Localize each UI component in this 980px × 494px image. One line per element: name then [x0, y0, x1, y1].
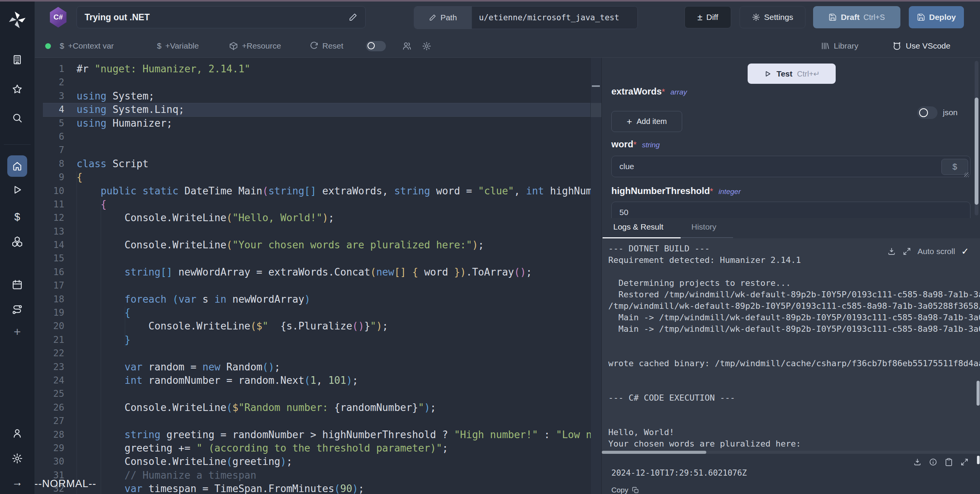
sidebar-item-settings-gear-icon[interactable] [0, 453, 34, 464]
code-line[interactable]: 6 [34, 130, 591, 143]
sidebar-item-add-plus-icon[interactable]: + [0, 325, 34, 339]
deploy-button[interactable]: Deploy [909, 6, 964, 28]
download-icon[interactable] [887, 247, 896, 256]
code-line[interactable]: 13 [34, 225, 591, 238]
reset-button[interactable]: Reset [309, 34, 343, 57]
line-number: 19 [34, 306, 77, 320]
logs-hscrollbar[interactable] [602, 451, 980, 454]
word-input[interactable] [611, 156, 970, 177]
code-line[interactable]: 23 var random = new Random(); [34, 360, 591, 374]
settings-button[interactable]: Settings [740, 6, 805, 28]
code-line[interactable]: 2 [34, 76, 591, 89]
code-line[interactable]: 29 greeting += " (according to the thres… [34, 442, 591, 455]
code-line[interactable]: 11 { [34, 198, 591, 211]
code-line[interactable]: 30 Console.WriteLine(greeting); [34, 455, 591, 468]
add-variable-button[interactable]: $ +Variable [157, 34, 199, 57]
tab-history[interactable]: History [691, 222, 716, 232]
copy-icon [632, 487, 639, 494]
search-icon[interactable] [0, 112, 34, 124]
highnumberthreshold-input[interactable] [611, 202, 970, 218]
windmill-logo-icon[interactable] [0, 9, 34, 31]
editor-settings-gear-icon[interactable] [422, 34, 431, 57]
use-vscode-button[interactable]: Use VScode [892, 34, 951, 57]
cat-vscode-icon [892, 41, 902, 51]
code-line[interactable]: 28 string greeting = randomNumber > high… [34, 428, 591, 442]
code-line[interactable]: 26 Console.WriteLine($"Random number: {r… [34, 401, 591, 414]
sidebar-item-variables-dollar-icon[interactable]: $ [0, 210, 34, 223]
logs-hscrollbar-thumb[interactable] [602, 451, 706, 454]
assistant-toggle[interactable] [366, 34, 386, 57]
line-number: 26 [34, 401, 77, 414]
code-line[interactable]: 19 { [34, 306, 591, 320]
logs-panel[interactable]: --- DOTNET BUILD ---Requirement detected… [602, 238, 980, 451]
code-line[interactable]: 22 [34, 347, 591, 360]
code-line[interactable]: 8class Script [34, 157, 591, 171]
info-icon[interactable] [929, 458, 938, 466]
collaborators-users-icon[interactable] [402, 34, 412, 57]
test-button[interactable]: Test Ctrl+↵ [748, 64, 836, 84]
script-title-input[interactable]: Trying out .NET [77, 6, 366, 28]
code-line[interactable]: 4using System.Linq; [34, 103, 591, 116]
path-field[interactable]: Path u/etienne/microsoft_java_test [414, 6, 638, 29]
sidebar-item-flows-route-icon[interactable] [0, 304, 34, 315]
json-toggle[interactable] [917, 106, 938, 119]
code-line[interactable]: 5using Humanizer; [34, 117, 591, 130]
draft-button[interactable]: Draft Ctrl+S [813, 6, 900, 28]
download-icon[interactable] [913, 458, 922, 466]
code-line[interactable]: 18 foreach (var s in newWordArray) [34, 293, 591, 306]
code-line[interactable]: 14 Console.WriteLine("Your chosen words … [34, 238, 591, 252]
workspace-building-icon[interactable] [0, 54, 34, 65]
sidebar-item-runs-play-icon[interactable] [0, 184, 34, 196]
code-line[interactable]: 9{ [34, 171, 591, 184]
sidebar-item-home[interactable] [7, 155, 27, 177]
minimap-handle[interactable] [592, 85, 600, 87]
line-number: 30 [34, 455, 77, 468]
code-line[interactable]: 15 [34, 252, 591, 265]
diff-button[interactable]: ± Diff [684, 6, 731, 28]
code-line[interactable]: 1#r "nuget: Humanizer, 2.14.1" [34, 62, 591, 76]
code-line[interactable]: 12 Console.WriteLine("Hello, World!"); [34, 211, 591, 225]
code-line[interactable]: 24 int randomNumber = random.Next(1, 101… [34, 374, 591, 387]
logs-scrollbar-thumb[interactable] [977, 381, 980, 406]
arg-label-highnumberthreshold: highNumberThreshold* integer [611, 186, 741, 196]
sidebar-item-resources-boxes-icon[interactable] [0, 236, 34, 247]
code-line[interactable]: 7 [34, 143, 591, 157]
maximize-icon[interactable] [960, 458, 969, 466]
library-button[interactable]: Library [821, 34, 858, 57]
code-line[interactable]: 31 // Humanize a timespan [34, 469, 591, 482]
json-toggle-label: json [943, 108, 958, 117]
code-line[interactable]: 3using System; [34, 90, 591, 103]
windmill-script-editor: $ + → C# Trying out .NET [0, 0, 980, 494]
minimap[interactable] [590, 58, 601, 494]
line-number: 10 [34, 184, 77, 198]
code-line[interactable]: 27 [34, 414, 591, 428]
copy-button[interactable]: Copy [611, 486, 639, 494]
sidebar-collapse-arrow-icon[interactable]: → [0, 476, 34, 489]
dollar-icon: $ [60, 41, 64, 51]
check-icon[interactable]: ✓ [961, 246, 969, 257]
line-number: 9 [34, 171, 77, 184]
edit-title-pencil-icon[interactable] [348, 13, 358, 22]
code-lines[interactable]: 1#r "nuget: Humanizer, 2.14.1"23using Sy… [34, 58, 591, 494]
tab-logs-result[interactable]: Logs & Result [613, 222, 663, 232]
code-line[interactable]: 20 Console.WriteLine($" {s.Pluralize()}"… [34, 320, 591, 333]
code-line[interactable]: 25 [34, 387, 591, 401]
clipboard-icon[interactable] [944, 458, 953, 466]
code-line[interactable]: 10 public static DateTime Main(string[] … [34, 184, 591, 198]
code-line[interactable]: 16 string[] newWordArray = extraWords.Co… [34, 266, 591, 279]
code-line[interactable]: 32 var timespan = TimeSpan.FromMinutes(9… [34, 482, 591, 494]
result-scrollbar-thumb[interactable] [977, 456, 980, 464]
input-resize-handle[interactable] [964, 173, 969, 177]
code-line[interactable]: 17 [34, 279, 591, 292]
add-resource-button[interactable]: +Resource [229, 34, 281, 57]
code-line[interactable]: 21 } [34, 333, 591, 347]
path-edit-segment[interactable]: Path [414, 7, 472, 29]
sidebar-item-user-icon[interactable] [0, 427, 34, 439]
expand-icon[interactable] [902, 247, 911, 256]
add-item-button[interactable]: + Add item [611, 111, 682, 132]
code-editor[interactable]: 1#r "nuget: Humanizer, 2.14.1"23using Sy… [34, 58, 601, 494]
args-scrollbar-thumb[interactable] [975, 98, 978, 205]
favorites-star-icon[interactable] [0, 83, 34, 95]
sidebar-item-schedules-calendar-icon[interactable] [0, 279, 34, 290]
add-context-var-button[interactable]: $ +Context var [60, 34, 114, 57]
